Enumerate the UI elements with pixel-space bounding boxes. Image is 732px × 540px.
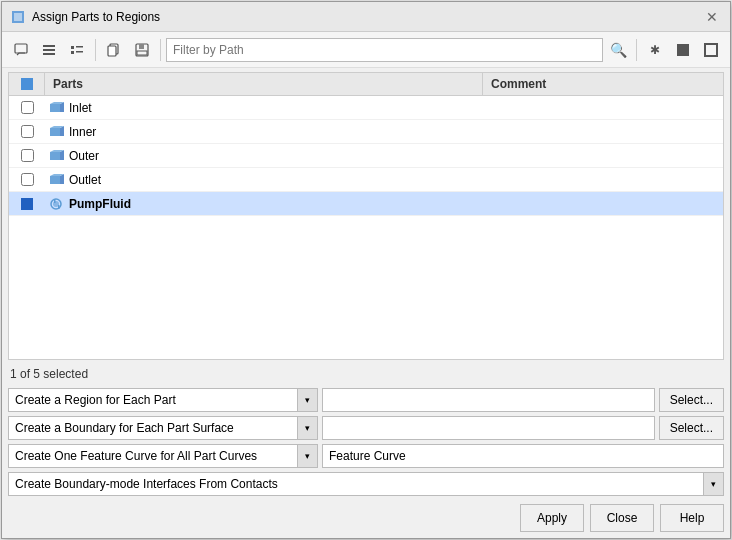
interface-dropdown-label: Create Boundary-mode Interfaces From Con… bbox=[9, 477, 703, 491]
table-row[interactable]: Outlet bbox=[9, 168, 723, 192]
table-row[interactable]: Outer bbox=[9, 144, 723, 168]
svg-rect-16 bbox=[705, 44, 717, 56]
window-icon bbox=[10, 9, 26, 25]
region-dropdown-arrow[interactable]: ▾ bbox=[297, 389, 317, 411]
save-button[interactable] bbox=[129, 37, 155, 63]
boundary-control-row: Create a Boundary for Each Part Surface … bbox=[8, 416, 724, 440]
row-name-outer[interactable]: Outer bbox=[45, 149, 483, 163]
svg-rect-4 bbox=[43, 49, 55, 51]
svg-rect-2 bbox=[15, 44, 27, 53]
row-name-inner[interactable]: Inner bbox=[45, 125, 483, 139]
svg-rect-14 bbox=[137, 51, 147, 55]
table-row[interactable]: Inner bbox=[9, 120, 723, 144]
filter-input[interactable] bbox=[166, 38, 603, 62]
svg-rect-34 bbox=[58, 205, 60, 209]
list1-button[interactable] bbox=[36, 37, 62, 63]
svg-rect-33 bbox=[54, 199, 56, 203]
svg-rect-18 bbox=[50, 104, 60, 112]
checkbox-inlet[interactable] bbox=[21, 101, 34, 114]
parts-table: Parts Comment Inlet bbox=[8, 72, 724, 360]
region-control-row: Create a Region for Each Part ▾ Select..… bbox=[8, 388, 724, 412]
row-name-inlet[interactable]: Inlet bbox=[45, 101, 483, 115]
part-icon-inlet bbox=[49, 101, 65, 115]
feature-dropdown-label: Create One Feature Curve for All Part Cu… bbox=[9, 449, 297, 463]
region-dropdown[interactable]: Create a Region for Each Part ▾ bbox=[8, 388, 318, 412]
star-button[interactable]: ✱ bbox=[642, 37, 668, 63]
svg-rect-21 bbox=[50, 128, 60, 136]
table-row[interactable]: Inlet bbox=[9, 96, 723, 120]
row-checkbox[interactable] bbox=[9, 149, 45, 162]
svg-rect-13 bbox=[139, 44, 144, 49]
checkbox-inner[interactable] bbox=[21, 125, 34, 138]
status-bar: 1 of 5 selected bbox=[2, 364, 730, 384]
sep1 bbox=[95, 39, 96, 61]
row-name-pumpfluid[interactable]: PumpFluid bbox=[45, 197, 483, 211]
feature-dropdown-arrow[interactable]: ▾ bbox=[297, 445, 317, 467]
sep3 bbox=[636, 39, 637, 61]
row-checkbox[interactable] bbox=[9, 101, 45, 114]
interface-control-row: Create Boundary-mode Interfaces From Con… bbox=[8, 472, 724, 496]
part-icon-inner bbox=[49, 125, 65, 139]
svg-rect-17 bbox=[21, 78, 33, 90]
region-dropdown-label: Create a Region for Each Part bbox=[9, 393, 297, 407]
svg-rect-11 bbox=[108, 46, 116, 56]
part-icon-pumpfluid bbox=[49, 197, 65, 211]
interface-dropdown-arrow[interactable]: ▾ bbox=[703, 473, 723, 495]
bottom-controls: Create a Region for Each Part ▾ Select..… bbox=[2, 384, 730, 498]
apply-button[interactable]: Apply bbox=[520, 504, 584, 532]
main-window: Assign Parts to Regions ✕ 🔍 ✱ bbox=[1, 1, 731, 539]
boundary-dropdown[interactable]: Create a Boundary for Each Part Surface … bbox=[8, 416, 318, 440]
svg-rect-3 bbox=[43, 45, 55, 47]
boundary-dropdown-label: Create a Boundary for Each Part Surface bbox=[9, 421, 297, 435]
title-bar: Assign Parts to Regions ✕ bbox=[2, 2, 730, 32]
table-header: Parts Comment bbox=[9, 73, 723, 96]
svg-rect-24 bbox=[50, 152, 60, 160]
table-body: Inlet Inner bbox=[9, 96, 723, 359]
checkbox-outlet[interactable] bbox=[21, 173, 34, 186]
boundary-select-button[interactable]: Select... bbox=[659, 416, 724, 440]
search-button[interactable]: 🔍 bbox=[605, 37, 631, 63]
svg-rect-15 bbox=[677, 44, 689, 56]
checkbox-outer[interactable] bbox=[21, 149, 34, 162]
svg-rect-5 bbox=[43, 53, 55, 55]
boundary-text-field[interactable] bbox=[322, 416, 655, 440]
button-row: Apply Close Help bbox=[2, 498, 730, 538]
row-name-outlet[interactable]: Outlet bbox=[45, 173, 483, 187]
row-checkbox[interactable] bbox=[9, 197, 45, 211]
svg-rect-1 bbox=[14, 13, 22, 21]
chat-button[interactable] bbox=[8, 37, 34, 63]
view1-button[interactable] bbox=[670, 37, 696, 63]
feature-dropdown[interactable]: Create One Feature Curve for All Part Cu… bbox=[8, 444, 318, 468]
view2-button[interactable] bbox=[698, 37, 724, 63]
region-select-button[interactable]: Select... bbox=[659, 388, 724, 412]
boundary-dropdown-arrow[interactable]: ▾ bbox=[297, 417, 317, 439]
part-icon-outer bbox=[49, 149, 65, 163]
status-text: 1 of 5 selected bbox=[10, 367, 88, 381]
row-checkbox[interactable] bbox=[9, 173, 45, 186]
window-title: Assign Parts to Regions bbox=[32, 10, 160, 24]
sep2 bbox=[160, 39, 161, 61]
table-row[interactable]: PumpFluid bbox=[9, 192, 723, 216]
title-bar-left: Assign Parts to Regions bbox=[10, 9, 160, 25]
header-check bbox=[9, 73, 45, 95]
header-parts: Parts bbox=[45, 73, 483, 95]
list2-button[interactable] bbox=[64, 37, 90, 63]
toolbar: 🔍 ✱ bbox=[2, 32, 730, 68]
feature-text-field[interactable] bbox=[322, 444, 724, 468]
svg-rect-27 bbox=[50, 176, 60, 184]
feature-control-row: Create One Feature Curve for All Part Cu… bbox=[8, 444, 724, 468]
svg-rect-9 bbox=[76, 51, 83, 53]
svg-rect-8 bbox=[71, 51, 74, 54]
row-checkbox[interactable] bbox=[9, 125, 45, 138]
close-button[interactable]: Close bbox=[590, 504, 654, 532]
copy-button[interactable] bbox=[101, 37, 127, 63]
svg-rect-30 bbox=[21, 198, 33, 210]
help-button[interactable]: Help bbox=[660, 504, 724, 532]
part-icon-outlet bbox=[49, 173, 65, 187]
header-comment: Comment bbox=[483, 73, 723, 95]
svg-rect-7 bbox=[76, 46, 83, 48]
region-text-field[interactable] bbox=[322, 388, 655, 412]
svg-rect-6 bbox=[71, 46, 74, 49]
close-window-button[interactable]: ✕ bbox=[702, 7, 722, 27]
